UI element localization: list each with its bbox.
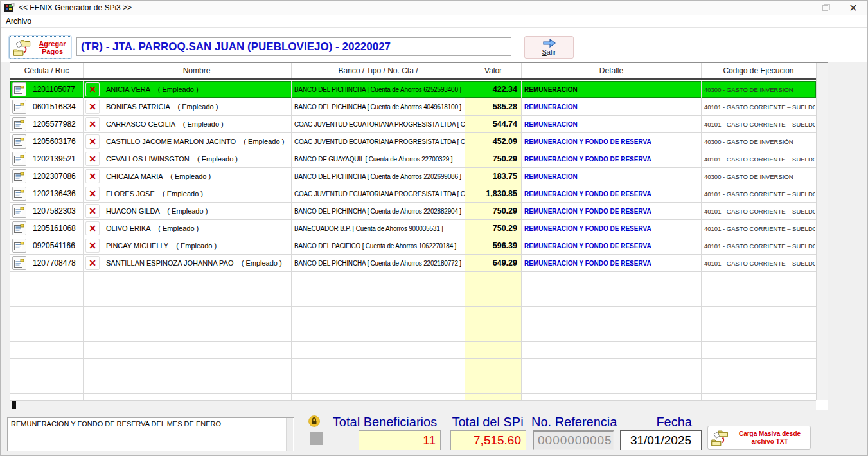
valor-cell[interactable]	[465, 376, 522, 393]
cedula-cell[interactable]	[28, 324, 84, 341]
carga-masiva-button[interactable]: Carga Masiva desde archivo TXT	[707, 426, 811, 450]
empty-table-row[interactable]	[10, 394, 816, 400]
valor-cell[interactable]: 544.74	[465, 116, 522, 132]
cedula-cell[interactable]: 1202139521	[28, 150, 84, 167]
codigo-cell[interactable]: 40101 - GASTO CORRIENTE – SUELDOS	[702, 220, 815, 237]
row-edit-button[interactable]	[12, 169, 26, 183]
empty-table-row[interactable]	[10, 342, 816, 359]
banco-cell[interactable]: BANCO DEL PICHINCHA [ Cuenta de Ahorros …	[292, 203, 465, 219]
codigo-cell[interactable]	[702, 394, 815, 400]
delete-x-icon[interactable]: ✕	[85, 152, 100, 166]
nombre-cell[interactable]	[102, 376, 292, 393]
codigo-cell[interactable]: 40101 - GASTO CORRIENTE – SUELDOS	[702, 237, 815, 254]
nombre-cell[interactable]: OLIVO ERIKA ( Empleado )	[102, 220, 292, 237]
fecha-input[interactable]	[620, 430, 702, 450]
empty-table-row[interactable]	[10, 376, 816, 394]
valor-cell[interactable]: 1,830.85	[465, 185, 522, 202]
cedula-cell[interactable]	[28, 342, 84, 358]
detalle-cell[interactable]	[522, 272, 702, 289]
valor-cell[interactable]: 750.29	[465, 220, 522, 237]
detalle-cell[interactable]	[522, 394, 702, 400]
valor-cell[interactable]	[465, 394, 522, 400]
row-edit-button[interactable]	[12, 239, 26, 253]
cedula-cell[interactable]: 1207582303	[28, 203, 84, 219]
valor-cell[interactable]	[465, 359, 522, 376]
entity-title-input[interactable]	[76, 37, 511, 56]
valor-cell[interactable]: 422.34	[465, 81, 522, 98]
cedula-cell[interactable]	[28, 376, 84, 393]
valor-cell[interactable]	[465, 272, 522, 289]
detalle-cell[interactable]	[522, 307, 702, 324]
detalle-cell[interactable]	[522, 359, 702, 376]
cedula-cell[interactable]: 1205577982	[28, 116, 84, 132]
detalle-cell[interactable]: REMUNERACION Y FONDO DE RESERVA	[522, 220, 702, 237]
valor-cell[interactable]: 452.09	[465, 133, 522, 150]
delete-x-icon[interactable]: ✕	[85, 117, 100, 131]
banco-cell[interactable]	[292, 376, 465, 393]
cedula-cell[interactable]	[28, 359, 84, 376]
valor-cell[interactable]	[465, 307, 522, 324]
cedula-cell[interactable]: 1201105077	[28, 81, 84, 98]
codigo-cell[interactable]	[702, 272, 815, 289]
comment-box[interactable]: REMUNERACION Y FONDO DE RESERVA DEL MES …	[7, 417, 294, 451]
empty-table-row[interactable]	[10, 307, 816, 324]
detalle-cell[interactable]: REMUNERACION	[522, 116, 702, 132]
codigo-cell[interactable]: 40101 - GASTO CORRIENTE – SUELDOS	[702, 203, 815, 219]
valor-cell[interactable]: 596.39	[465, 237, 522, 254]
row-edit-button[interactable]	[12, 100, 26, 114]
grid-vertical-scrollbar[interactable]	[816, 63, 828, 400]
cedula-cell[interactable]	[28, 307, 84, 324]
detalle-cell[interactable]	[522, 324, 702, 341]
nombre-cell[interactable]: HUACON GILDA ( Empleado )	[102, 203, 292, 219]
close-button[interactable]: ✕	[839, 1, 867, 15]
banco-cell[interactable]: BANCO DEL PICHINCHA [ Cuenta de Ahorros …	[292, 81, 465, 98]
cedula-cell[interactable]: 1207708478	[28, 255, 84, 271]
minimize-button[interactable]	[783, 1, 811, 15]
row-edit-button[interactable]	[12, 82, 26, 96]
row-edit-button[interactable]	[12, 134, 26, 149]
codigo-cell[interactable]: 40300 - GASTO DE INVERSIÓN	[702, 81, 815, 98]
banco-cell[interactable]	[292, 324, 465, 341]
nombre-cell[interactable]	[102, 359, 292, 376]
codigo-cell[interactable]: 40101 - GASTO CORRIENTE – SUELDOS	[702, 185, 815, 202]
nombre-cell[interactable]: BONIFAS PATRICIA ( Empleado )	[102, 98, 292, 115]
codigo-cell[interactable]	[702, 359, 815, 376]
delete-x-icon[interactable]: ✕	[85, 169, 100, 183]
cedula-cell[interactable]: 1205161068	[28, 220, 84, 237]
table-row[interactable]: 1205577982 ✕ CARRASCO CECILIA ( Empleado…	[10, 116, 816, 133]
delete-x-icon[interactable]: ✕	[85, 187, 100, 201]
nombre-cell[interactable]: CASTILLO JACOME MARLON JACINTO ( Emplead…	[102, 133, 292, 150]
cedula-cell[interactable]: 1202136436	[28, 185, 84, 202]
gray-square-button[interactable]	[310, 432, 323, 445]
detalle-cell[interactable]: REMUNERACION	[522, 98, 702, 115]
row-edit-button[interactable]	[12, 256, 26, 270]
agregar-pagos-button[interactable]: Agregar Pagos	[9, 36, 71, 59]
banco-cell[interactable]: COAC JUVENTUD ECUATORIANA PROGRESISTA LT…	[292, 185, 465, 202]
row-edit-button[interactable]	[12, 204, 26, 218]
grid-horizontal-scrollbar[interactable]	[10, 400, 816, 410]
nombre-cell[interactable]	[102, 342, 292, 358]
detalle-cell[interactable]: REMUNERACION Y FONDO DE RESERVA	[522, 237, 702, 254]
cedula-cell[interactable]	[28, 272, 84, 289]
nombre-cell[interactable]: CARRASCO CECILIA ( Empleado )	[102, 116, 292, 132]
row-edit-button[interactable]	[12, 152, 26, 166]
delete-x-icon[interactable]: ✕	[85, 82, 100, 96]
detalle-cell[interactable]: REMUNERACION Y FONDO DE RESERVA	[522, 133, 702, 150]
cedula-cell[interactable]: 1205603176	[28, 133, 84, 150]
valor-cell[interactable]	[465, 324, 522, 341]
codigo-cell[interactable]	[702, 342, 815, 358]
banco-cell[interactable]: BANCO DEL PICHINCHA [ Cuenta de Ahorros …	[292, 255, 465, 271]
empty-table-row[interactable]	[10, 324, 816, 342]
table-row[interactable]: 1201105077 ✕ ANICIA VERA ( Empleado ) BA…	[10, 81, 816, 98]
detalle-cell[interactable]: REMUNERACION Y FONDO DE RESERVA	[522, 203, 702, 219]
detalle-cell[interactable]	[522, 376, 702, 393]
codigo-cell[interactable]: 40101 - GASTO CORRIENTE – SUELDOS	[702, 98, 815, 115]
nombre-cell[interactable]	[102, 307, 292, 324]
comment-scrollbar[interactable]	[286, 418, 293, 451]
detalle-cell[interactable]: REMUNERACION	[522, 168, 702, 185]
banco-cell[interactable]	[292, 342, 465, 358]
empty-table-row[interactable]	[10, 359, 816, 376]
cedula-cell[interactable]: 0920541166	[28, 237, 84, 254]
nombre-cell[interactable]: PINCAY MICHELLY ( Empleado )	[102, 237, 292, 254]
banco-cell[interactable]: BANCO DEL PACIFICO [ Cuenta de Ahorros 1…	[292, 237, 465, 254]
